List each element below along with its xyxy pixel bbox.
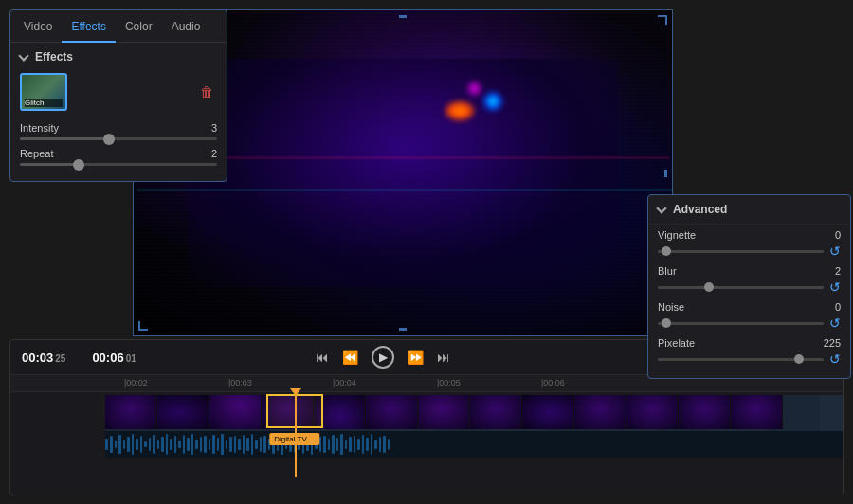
noise-slider[interactable] (658, 322, 824, 325)
delete-effect-icon[interactable]: 🗑 (200, 84, 213, 99)
intensity-slider-fill (20, 137, 109, 140)
svg-rect-25 (212, 435, 215, 454)
svg-rect-21 (195, 440, 198, 449)
svg-rect-1 (110, 436, 113, 453)
frame-13 (731, 395, 783, 429)
svg-rect-18 (183, 435, 185, 454)
repeat-slider-track[interactable] (20, 163, 217, 166)
playhead[interactable] (295, 392, 297, 477)
svg-rect-57 (349, 437, 352, 452)
svg-rect-64 (379, 437, 381, 452)
svg-rect-24 (209, 439, 210, 450)
blur-control: Blur 2 ↺ (648, 261, 850, 297)
advanced-section-header: Advanced (648, 195, 850, 225)
svg-rect-60 (362, 435, 364, 454)
svg-rect-52 (328, 439, 330, 450)
current-time: 00:0325 (22, 351, 65, 365)
repeat-slider-thumb[interactable] (73, 159, 84, 171)
intensity-slider-thumb[interactable] (103, 134, 115, 145)
svg-rect-15 (170, 439, 172, 450)
intensity-control: Intensity 3 (10, 118, 227, 144)
svg-rect-3 (118, 435, 121, 454)
side-marker-right (664, 170, 667, 177)
svg-rect-27 (221, 434, 224, 455)
frame-6 (366, 395, 418, 429)
svg-rect-36 (260, 437, 262, 452)
svg-rect-55 (340, 434, 343, 455)
side-marker-bottom (399, 328, 407, 331)
pixelate-label: Pixelate (658, 337, 695, 349)
svg-rect-6 (132, 434, 134, 455)
frame-3 (209, 395, 262, 429)
advanced-label: Advanced (673, 203, 727, 216)
ruler-mark-1: |00:02 (124, 378, 148, 387)
svg-rect-56 (345, 440, 347, 449)
svg-rect-12 (157, 440, 159, 449)
shadow-overlay (188, 59, 618, 286)
repeat-control: Repeat 2 (10, 144, 227, 170)
total-time: 00:0601 (92, 351, 136, 365)
skip-end-button[interactable]: ⏭ (437, 350, 450, 365)
blur-slider[interactable] (658, 286, 824, 289)
frame-7 (418, 395, 470, 429)
svg-rect-10 (149, 438, 151, 451)
noise-value: 0 (835, 301, 841, 313)
svg-rect-17 (178, 441, 181, 448)
repeat-slider-fill (20, 163, 79, 166)
effects-list: Glitch 🗑 (10, 69, 227, 118)
effect-name: Glitch (25, 99, 63, 107)
rewind-button[interactable]: ⏪ (342, 350, 358, 365)
noise-reset-icon[interactable]: ↺ (829, 315, 841, 331)
tab-color[interactable]: Color (116, 10, 162, 43)
svg-rect-30 (234, 436, 236, 453)
vignette-slider[interactable] (658, 250, 824, 253)
pixelate-slider[interactable] (658, 358, 824, 361)
svg-rect-28 (226, 440, 227, 449)
svg-rect-0 (105, 439, 108, 450)
vignette-value: 0 (835, 229, 841, 241)
frame-8 (470, 395, 522, 429)
svg-rect-9 (144, 441, 147, 447)
vignette-control: Vignette 0 ↺ (648, 225, 850, 261)
intensity-slider-track[interactable] (20, 137, 217, 140)
effects-section-header: Effects (10, 43, 227, 69)
svg-rect-58 (354, 436, 355, 453)
pixelate-thumb[interactable] (794, 354, 804, 364)
video-track[interactable] (105, 395, 843, 431)
ruler-mark-2: |00:03 (228, 378, 252, 387)
frame-12 (679, 395, 731, 429)
audio-track[interactable] (105, 431, 843, 458)
pixelate-reset-icon[interactable]: ↺ (829, 351, 841, 367)
noise-control: Noise 0 ↺ (648, 297, 850, 333)
tab-audio[interactable]: Audio (162, 10, 210, 43)
skip-start-button[interactable]: ⏮ (316, 350, 329, 365)
timeline-tracks: Digital TV ... (10, 392, 843, 477)
svg-rect-62 (371, 434, 372, 455)
forward-button[interactable]: ⏩ (408, 350, 424, 365)
svg-rect-65 (383, 436, 386, 453)
blur-label: Blur (658, 265, 677, 277)
repeat-value: 2 (211, 148, 217, 159)
vignette-reset-icon[interactable]: ↺ (829, 243, 841, 259)
frame-2 (157, 395, 209, 429)
tab-effects[interactable]: Effects (62, 10, 115, 43)
svg-rect-35 (255, 440, 258, 449)
side-marker-top (399, 15, 407, 18)
vignette-label: Vignette (658, 229, 696, 241)
vignette-thumb[interactable] (662, 246, 671, 256)
svg-rect-29 (229, 437, 232, 452)
svg-rect-11 (153, 435, 155, 454)
svg-rect-5 (127, 437, 130, 452)
svg-rect-63 (374, 440, 377, 449)
advanced-panel: Advanced Vignette 0 ↺ Blur 2 ↺ Noise (647, 194, 851, 379)
glitch-effect-thumb[interactable]: Glitch (20, 73, 67, 111)
tab-video[interactable]: Video (14, 10, 62, 43)
blur-reset-icon[interactable]: ↺ (829, 279, 841, 295)
blur-thumb[interactable] (704, 282, 714, 292)
svg-rect-59 (357, 439, 360, 450)
light-effect-2 (483, 92, 502, 111)
noise-thumb[interactable] (662, 318, 671, 328)
svg-rect-2 (115, 441, 117, 448)
svg-rect-61 (366, 438, 369, 451)
play-button[interactable]: ▶ (372, 346, 394, 369)
